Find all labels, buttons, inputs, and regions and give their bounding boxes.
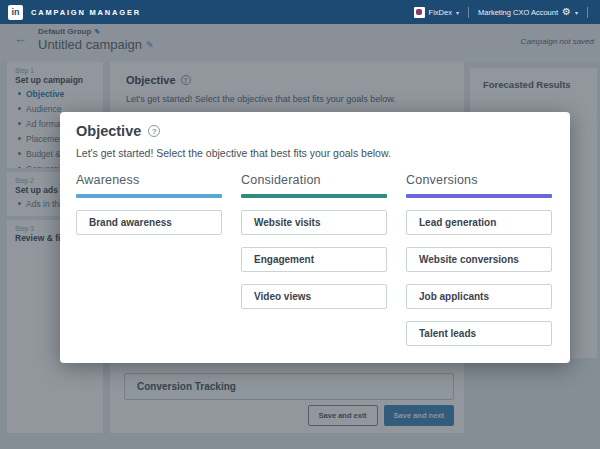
app-brand-title: CAMPAIGN MANAGER bbox=[31, 8, 141, 17]
column-accent-bar bbox=[241, 194, 387, 198]
gear-icon: ⚙ bbox=[562, 7, 571, 17]
help-icon[interactable]: ? bbox=[148, 125, 160, 137]
column-accent-bar bbox=[406, 194, 552, 198]
account-menu-label: Marketing CXO Account bbox=[478, 8, 558, 17]
top-nav-bar: in CAMPAIGN MANAGER FixDex ▾ Marketing C… bbox=[0, 0, 600, 24]
objective-column: Consideration Website visits Engagement … bbox=[241, 173, 387, 346]
topbar-divider bbox=[587, 7, 588, 18]
topbar-right-group: FixDex ▾ Marketing CXO Account ⚙ ▾ bbox=[414, 7, 592, 18]
fixdex-logo-icon bbox=[414, 7, 425, 18]
objective-option-button[interactable]: Brand awareness bbox=[76, 210, 222, 235]
objective-column: Conversions Lead generation Website conv… bbox=[406, 173, 552, 346]
column-title: Consideration bbox=[241, 173, 387, 187]
objective-option-button[interactable]: Website conversions bbox=[406, 247, 552, 272]
column-title: Conversions bbox=[406, 173, 552, 187]
objective-option-button[interactable]: Video views bbox=[241, 284, 387, 309]
modal-title: Objective bbox=[76, 123, 141, 139]
column-accent-bar bbox=[76, 194, 222, 198]
linkedin-logo-icon[interactable]: in bbox=[8, 5, 23, 20]
objective-option-button[interactable]: Job applicants bbox=[406, 284, 552, 309]
objective-option-button[interactable]: Lead generation bbox=[406, 210, 552, 235]
account-switcher-label: FixDex bbox=[429, 8, 452, 17]
objective-column: Awareness Brand awareness bbox=[76, 173, 222, 346]
modal-subtitle: Let's get started! Select the objective … bbox=[76, 147, 554, 159]
objective-option-button[interactable]: Engagement bbox=[241, 247, 387, 272]
topbar-divider bbox=[468, 7, 469, 18]
column-title: Awareness bbox=[76, 173, 222, 187]
objective-option-button[interactable]: Talent leads bbox=[406, 321, 552, 346]
chevron-down-icon: ▾ bbox=[456, 9, 459, 16]
objective-option-button[interactable]: Website visits bbox=[241, 210, 387, 235]
chevron-down-icon: ▾ bbox=[575, 9, 578, 16]
account-switcher[interactable]: FixDex ▾ bbox=[414, 7, 459, 18]
objective-modal: Objective ? Let's get started! Select th… bbox=[60, 112, 570, 363]
account-menu[interactable]: Marketing CXO Account ⚙ ▾ bbox=[478, 7, 578, 17]
objective-columns: Awareness Brand awareness Consideration … bbox=[76, 173, 554, 346]
app-window: in CAMPAIGN MANAGER FixDex ▾ Marketing C… bbox=[0, 0, 600, 449]
